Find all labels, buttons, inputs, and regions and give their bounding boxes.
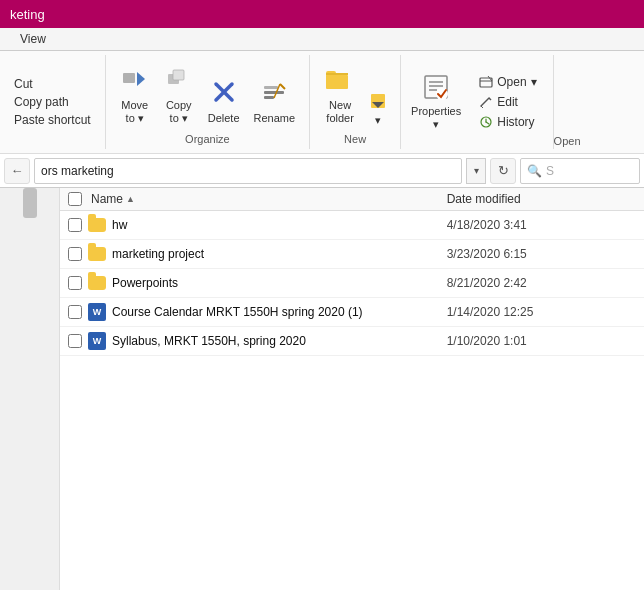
delete-button[interactable]: Delete bbox=[202, 74, 246, 129]
address-text: ors marketing bbox=[41, 164, 114, 178]
folder-icon bbox=[88, 276, 106, 290]
edit-label: Edit bbox=[497, 95, 518, 109]
copy-to-arrow: ▾ bbox=[182, 112, 188, 124]
history-button[interactable]: History bbox=[475, 113, 540, 131]
row-checkbox[interactable] bbox=[68, 305, 82, 319]
file-date: 1/14/2020 12:25 bbox=[447, 305, 636, 319]
small-open-buttons: Open ▾ Edit History bbox=[467, 57, 548, 147]
cmd-copy-path[interactable]: Copy path bbox=[10, 93, 95, 111]
search-box[interactable]: 🔍 S bbox=[520, 158, 640, 184]
cmd-paste-shortcut[interactable]: Paste shortcut bbox=[10, 111, 95, 129]
rename-icon bbox=[260, 78, 288, 110]
word-icon: W bbox=[88, 303, 106, 321]
history-label: History bbox=[497, 115, 534, 129]
row-checkbox[interactable] bbox=[68, 276, 82, 290]
address-bar-area: ← ors marketing ▾ ↻ 🔍 S bbox=[0, 154, 644, 188]
table-row[interactable]: W Syllabus, MRKT 1550H, spring 2020 1/10… bbox=[60, 327, 644, 356]
folder-icon bbox=[88, 247, 106, 261]
properties-icon-wrap bbox=[423, 74, 449, 105]
folder-icon bbox=[88, 218, 106, 232]
svg-line-25 bbox=[489, 98, 491, 100]
open-label: Open bbox=[497, 75, 526, 89]
ribbon-content: Cut Copy path Paste shortcut Moveto ▾ bbox=[0, 51, 644, 154]
file-date: 4/18/2020 3:41 bbox=[447, 218, 636, 232]
move-to-button[interactable]: Moveto ▾ bbox=[114, 61, 156, 129]
svg-rect-6 bbox=[264, 86, 278, 89]
row-checkbox[interactable] bbox=[68, 218, 82, 232]
new-folder-label: Newfolder bbox=[326, 99, 354, 125]
dropdown-arrow-icon: ▾ bbox=[474, 165, 479, 176]
refresh-icon: ↻ bbox=[498, 163, 509, 178]
open-arrow: ▾ bbox=[531, 75, 537, 89]
scroll-thumb[interactable] bbox=[23, 188, 37, 218]
svg-rect-0 bbox=[123, 73, 135, 83]
search-placeholder: S bbox=[546, 164, 554, 178]
move-to-arrow: ▾ bbox=[138, 112, 144, 124]
file-rows-container: hw 4/18/2020 3:41 marketing project 3/23… bbox=[60, 211, 644, 356]
table-row[interactable]: hw 4/18/2020 3:41 bbox=[60, 211, 644, 240]
back-icon: ← bbox=[11, 163, 24, 178]
scroll-sidebar[interactable] bbox=[0, 188, 60, 590]
properties-button[interactable]: Properties▾ bbox=[405, 57, 467, 147]
nav-back-button[interactable]: ← bbox=[4, 158, 30, 184]
copy-to-button[interactable]: Copyto ▾ bbox=[158, 61, 200, 129]
svg-line-26 bbox=[481, 106, 483, 108]
open-group-label: Open bbox=[554, 55, 581, 149]
column-date-header[interactable]: Date modified bbox=[447, 192, 636, 206]
table-row[interactable]: Powerpoints 8/21/2020 2:42 bbox=[60, 269, 644, 298]
rename-button[interactable]: Rename bbox=[248, 74, 302, 129]
file-date: 3/23/2020 6:15 bbox=[447, 247, 636, 261]
copy-to-label: Copyto ▾ bbox=[166, 99, 192, 125]
copy-to-icon bbox=[165, 65, 193, 97]
move-to-label: Moveto ▾ bbox=[121, 99, 148, 125]
svg-marker-1 bbox=[137, 72, 145, 86]
cmd-cut[interactable]: Cut bbox=[10, 75, 95, 93]
svg-line-24 bbox=[481, 98, 489, 106]
select-all-checkbox[interactable] bbox=[68, 192, 82, 206]
move-to-icon bbox=[121, 65, 149, 97]
svg-rect-11 bbox=[326, 75, 348, 89]
file-name: Powerpoints bbox=[112, 276, 447, 290]
file-date: 8/21/2020 2:42 bbox=[447, 276, 636, 290]
svg-line-29 bbox=[486, 122, 489, 124]
edit-icon bbox=[479, 95, 493, 109]
properties-arrow: ▾ bbox=[433, 118, 439, 130]
file-date: 1/10/2020 1:01 bbox=[447, 334, 636, 348]
svg-rect-7 bbox=[264, 91, 284, 94]
ribbon-group-open: Properties▾ Open ▾ Edit bbox=[401, 55, 554, 149]
file-list-header: Name ▲ Date modified bbox=[60, 188, 644, 211]
new-item-dropdown-arrow: ▾ bbox=[375, 114, 381, 127]
svg-rect-3 bbox=[173, 70, 184, 80]
properties-icon bbox=[423, 74, 449, 105]
row-checkbox[interactable] bbox=[68, 334, 82, 348]
new-folder-button[interactable]: Newfolder bbox=[318, 61, 362, 129]
new-buttons: Newfolder ▾ bbox=[314, 57, 396, 131]
open-button[interactable]: Open ▾ bbox=[475, 73, 540, 91]
history-icon bbox=[479, 115, 493, 129]
organize-buttons: Moveto ▾ Copyto ▾ bbox=[110, 57, 305, 131]
table-row[interactable]: marketing project 3/23/2020 6:15 bbox=[60, 240, 644, 269]
title-text: keting bbox=[10, 7, 45, 22]
column-name-header[interactable]: Name ▲ bbox=[68, 192, 447, 206]
svg-rect-8 bbox=[264, 96, 274, 99]
search-icon: 🔍 bbox=[527, 164, 542, 178]
row-checkbox[interactable] bbox=[68, 247, 82, 261]
new-label: New bbox=[314, 131, 396, 147]
open-icon bbox=[479, 75, 493, 89]
edit-button[interactable]: Edit bbox=[475, 93, 540, 111]
address-box[interactable]: ors marketing bbox=[34, 158, 462, 184]
refresh-button[interactable]: ↻ bbox=[490, 158, 516, 184]
table-row[interactable]: W Course Calendar MRKT 1550H spring 2020… bbox=[60, 298, 644, 327]
file-list-area: Name ▲ Date modified hw 4/18/2020 3:41 m… bbox=[60, 188, 644, 590]
svg-line-9 bbox=[280, 84, 285, 89]
new-item-dropdown[interactable]: ▾ bbox=[366, 90, 390, 129]
delete-label: Delete bbox=[208, 112, 240, 125]
ribbon-tabs: View bbox=[0, 28, 644, 51]
file-name: Syllabus, MRKT 1550H, spring 2020 bbox=[112, 334, 447, 348]
tab-view[interactable]: View bbox=[8, 28, 58, 50]
new-folder-icon bbox=[324, 65, 356, 97]
ribbon-group-new: Newfolder ▾ New bbox=[310, 55, 401, 149]
date-column-label: Date modified bbox=[447, 192, 521, 206]
address-dropdown-button[interactable]: ▾ bbox=[466, 158, 486, 184]
organize-label: Organize bbox=[110, 131, 305, 147]
